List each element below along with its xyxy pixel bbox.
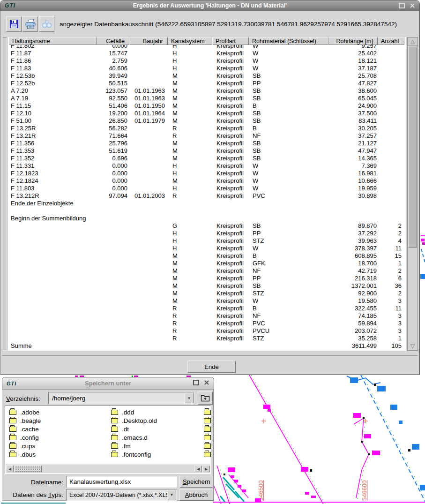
table-row[interactable]: F 11.3520.696MKreisprofilSB14.365 <box>9 155 405 162</box>
folder-item[interactable] <box>204 450 211 459</box>
table-row[interactable]: Summe3611.499105 <box>9 342 405 350</box>
horizontal-scrollbar[interactable]: ◀ ◀ ▶ <box>6 465 210 473</box>
folder-item[interactable] <box>204 442 211 450</box>
scroll-right-icon[interactable]: ▶ <box>202 466 210 472</box>
folder-item[interactable]: .Desktop.old <box>111 416 157 425</box>
column-header[interactable]: Baujahr <box>129 37 168 45</box>
table-row[interactable]: F 13.212R97.09401.01.2003RKreisprofilPVC… <box>9 192 405 200</box>
table-row[interactable]: MKreisprofilB608.89515 <box>9 252 405 260</box>
maximize-icon[interactable] <box>193 380 199 385</box>
table-row[interactable]: F 13.25R56.282RKreisprofilB30.205 <box>9 125 405 132</box>
table-row[interactable]: F 11.3310.000HKreisprofilW7.369 <box>9 162 405 170</box>
print-button[interactable] <box>22 16 38 32</box>
folder-item[interactable]: .cups <box>9 442 41 450</box>
folder-item[interactable]: .fontconfig <box>111 450 157 459</box>
column-header[interactable]: Anzahl <box>378 37 404 45</box>
folder-item[interactable] <box>204 416 211 425</box>
table-row[interactable]: A 7.20123.05701.01.1963MKreisprofilSB38.… <box>9 87 405 95</box>
dialog-titlebar[interactable]: GTI Speichern unter <box>2 377 214 390</box>
table-row[interactable]: RKreisprofilB322.45511 <box>9 305 405 312</box>
end-button[interactable]: Ende <box>187 361 236 373</box>
separator <box>2 355 418 356</box>
table-row[interactable]: F 11.8715.747HKreisprofilW25.402 <box>9 50 405 57</box>
save-button[interactable]: Speichern <box>179 476 213 488</box>
table-row[interactable]: Beginn der Summenbildung <box>9 215 405 222</box>
folder-item[interactable] <box>204 408 211 416</box>
table-row[interactable]: HKreisprofilW378.39711 <box>9 245 405 252</box>
table-rows[interactable]: F 11.8020.000HKreisprofilW9.257F 11.8715… <box>9 45 405 351</box>
file-list[interactable]: .adobe.beagle.cache.config.cups.dbus .dd… <box>5 406 211 474</box>
column-header[interactable]: Rohrmaterial (Schlüssel) <box>249 37 328 45</box>
table-row[interactable]: F 11.8020.000HKreisprofilW9.257 <box>9 45 405 50</box>
column-header[interactable]: Gefälle <box>97 37 129 45</box>
table-row[interactable]: A 7.1992.55001.01.1963MKreisprofilSB65.0… <box>9 95 405 102</box>
chevron-down-icon[interactable]: ▼ <box>185 393 194 403</box>
scroll-left-icon[interactable]: ◀ <box>6 466 14 472</box>
results-titlebar[interactable]: GTI Ergebnis der Auswertung 'Haltungen -… <box>0 0 419 11</box>
folder-item[interactable]: .emacs.d <box>111 433 157 442</box>
table-row[interactable]: F 12.18240.000MKreisprofilW10.666 <box>9 177 405 185</box>
folder-item[interactable]: .ddd <box>111 408 157 416</box>
column-header[interactable]: Haltungsname <box>9 37 97 45</box>
folder-item[interactable]: .dt <box>111 425 157 433</box>
folder-item[interactable] <box>204 425 211 433</box>
table-row[interactable]: F 11.1551.40601.01.1950MKreisprofilB24.9… <box>9 102 405 110</box>
table-row[interactable]: F 11.8340.606HKreisprofilW37.187 <box>9 65 405 72</box>
table-cell <box>129 65 168 72</box>
close-icon[interactable] <box>204 380 209 385</box>
filename-input[interactable]: Kanalauswertung.xlsx <box>66 476 177 488</box>
folder-item[interactable]: .fm <box>111 442 157 450</box>
table-row[interactable] <box>9 207 405 215</box>
table-row[interactable]: F 12.53b39.949MKreisprofilSB25.708 <box>9 72 405 80</box>
filetype-select[interactable]: Excel 2007-2019-Dateien (*.xlsx,*.XLSX) … <box>66 489 177 501</box>
scrollbar-thumb[interactable] <box>15 466 42 472</box>
scrollbar-thumb[interactable] <box>408 46 417 248</box>
table-row[interactable]: MKreisprofilW19.5803 <box>9 297 405 305</box>
table-row[interactable]: Ende der Einzelobjekte <box>9 200 405 207</box>
table-row[interactable]: F 12.1019.20001.01.1964MKreisprofilSB37.… <box>9 110 405 117</box>
folder-item[interactable]: .config <box>9 433 41 442</box>
table-row[interactable]: MKreisprofilGFK18.7001 <box>9 260 405 267</box>
table-cell <box>129 170 168 177</box>
table-row[interactable]: MKreisprofilSTZ92.9002 <box>9 290 405 297</box>
folder-item[interactable]: .beagle <box>9 416 41 425</box>
scroll-down-icon[interactable]: ▽ <box>408 342 418 350</box>
scroll-left-icon[interactable]: ◀ <box>194 466 202 472</box>
parent-directory-button[interactable] <box>198 391 213 405</box>
table-row[interactable]: F 12.18230.000HKreisprofilW16.981 <box>9 170 405 177</box>
table-row[interactable]: RKreisprofilSTZ35.2581 <box>9 335 405 342</box>
table-row[interactable]: MKreisprofilNF42.7192 <box>9 267 405 275</box>
table-row[interactable]: RKreisprofilPVC59.8943 <box>9 320 405 327</box>
table-row[interactable]: GKreisprofilSB89.8702 <box>9 222 405 230</box>
folder-item[interactable]: .dbus <box>9 450 41 459</box>
scroll-up-icon[interactable]: △ <box>408 38 418 46</box>
table-row[interactable]: F 12.52b50.515MKreisprofilPP47.827 <box>9 80 405 87</box>
folder-item[interactable]: .cache <box>9 425 41 433</box>
table-row[interactable]: HKreisprofilPP37.2922 <box>9 230 405 237</box>
table-row[interactable]: F 11.8030.000HKreisprofilW19.959 <box>9 185 405 192</box>
table-row[interactable]: HKreisprofilSTZ39.9634 <box>9 237 405 245</box>
directory-combobox[interactable]: /home/joerg ▼ <box>48 392 194 404</box>
column-header[interactable]: Profilart <box>212 37 249 45</box>
table-row[interactable]: F 11.862.759HKreisprofilW18.121 <box>9 57 405 65</box>
maximize-icon[interactable] <box>399 3 405 8</box>
table-row[interactable]: F 11.35351.619MKreisprofilSB47.947 <box>9 147 405 155</box>
table-row[interactable]: F 51.0026.85001.01.1979MKreisprofilSB83.… <box>9 117 405 125</box>
find-button[interactable] <box>39 16 54 32</box>
table-row[interactable]: RKreisprofilNF74.1853 <box>9 312 405 320</box>
table-row[interactable]: F 13.21R71.664RKreisprofilNF37.257 <box>9 132 405 140</box>
column-header[interactable]: Kanalsystem <box>168 37 212 45</box>
folder-item[interactable]: .adobe <box>9 408 41 416</box>
save-button[interactable] <box>6 16 22 32</box>
table-row[interactable]: F 11.35625.796MKreisprofilSB21.127 <box>9 140 405 147</box>
table-row[interactable]: RKreisprofilPVCU203.0723 <box>9 327 405 335</box>
table-cell <box>97 320 129 327</box>
table-row[interactable]: MKreisprofilPP216.3186 <box>9 275 405 282</box>
vertical-scrollbar[interactable]: △ ▽ <box>407 37 418 351</box>
table-row[interactable]: MKreisprofilSB1372.00136 <box>9 282 405 290</box>
column-header[interactable]: Rohrlänge [m] <box>328 37 378 45</box>
chevron-down-icon[interactable]: ▼ <box>167 490 176 500</box>
cancel-button[interactable]: Abbruch <box>179 489 213 501</box>
folder-item[interactable] <box>204 433 211 442</box>
close-icon[interactable] <box>410 3 415 8</box>
